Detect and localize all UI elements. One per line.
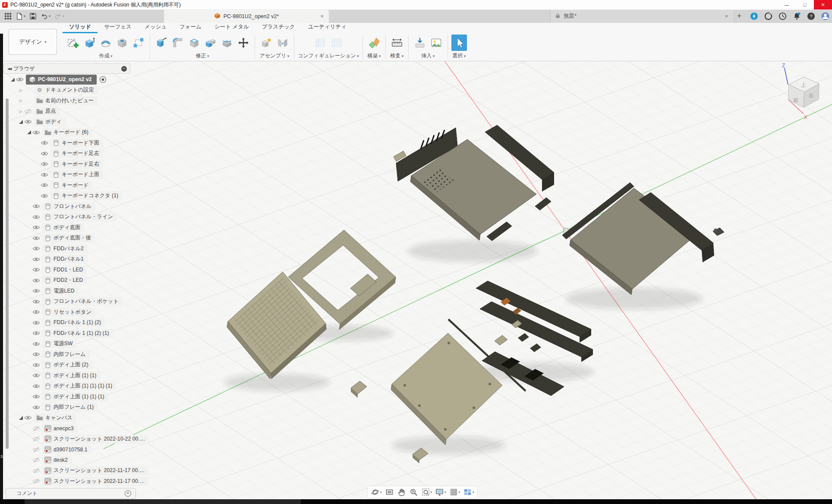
tree-item-pill[interactable]: キーボードコネクタ (1): [50, 191, 122, 200]
tree-root-row[interactable]: PC-9801U2_open2 v2: [3, 74, 149, 85]
tree-item-pill[interactable]: 電源SW: [42, 339, 76, 348]
save-icon[interactable]: [29, 13, 37, 20]
tab-active-document[interactable]: PC-9801U2_open2 v2* ×: [164, 9, 329, 23]
tree-item-pill[interactable]: ボディ上面 (2): [42, 360, 92, 369]
visibility-eye-icon[interactable]: [32, 372, 41, 378]
minimize-panel-icon[interactable]: −: [121, 66, 127, 72]
tree-row[interactable]: FDDパネル1: [3, 254, 149, 265]
expander-icon[interactable]: [26, 130, 32, 134]
tree-row[interactable]: FDDパネル 1 (1) (2) (1): [3, 328, 149, 339]
minimize-button[interactable]: —: [778, 0, 796, 9]
ribbon-group-label-コンフィギュレーション[interactable]: コンフィギュレーション: [298, 52, 359, 60]
tree-item-pill[interactable]: PC-9801U2_open2 v2: [26, 75, 97, 85]
configuration-icon[interactable]: [312, 35, 328, 51]
visibility-eye-off-icon[interactable]: [32, 457, 41, 463]
visibility-eye-icon[interactable]: [41, 172, 49, 178]
history-clock-icon[interactable]: [778, 12, 787, 21]
visibility-eye-icon[interactable]: [32, 214, 41, 220]
expander-icon[interactable]: [9, 78, 16, 82]
maximize-button[interactable]: □: [796, 0, 814, 9]
tree-row[interactable]: リセットボタン: [3, 307, 149, 318]
create-sketch-icon[interactable]: [65, 35, 81, 51]
viewport-canvas[interactable]: Z X 上 前 右 ◀◀ ブラウザ − PC-9801U2_open2 v2▷⚙…: [0, 61, 832, 504]
visibility-eye-off-icon[interactable]: [32, 425, 41, 432]
tree-row[interactable]: キーボード足左: [3, 148, 149, 159]
tree-item-pill[interactable]: FDDパネル1: [42, 255, 88, 264]
tree-row[interactable]: キーボード足右: [3, 159, 149, 170]
browser-scrollbar[interactable]: [6, 98, 9, 449]
tree-row[interactable]: スクリーンショット 2022-10-22 00.…: [3, 434, 149, 444]
visibility-eye-icon[interactable]: [32, 341, 41, 347]
visibility-eye-icon[interactable]: [32, 404, 41, 410]
ribbon-group-label-挿入[interactable]: 挿入: [412, 52, 444, 60]
ribbon-tab-シート メタル[interactable]: シート メタル: [208, 22, 255, 33]
tree-item-pill[interactable]: キャンバス: [34, 413, 76, 422]
visibility-eye-icon[interactable]: [32, 203, 41, 209]
visibility-eye-icon[interactable]: [32, 383, 41, 389]
new-tab-icon[interactable]: +: [734, 12, 744, 21]
viewports-icon[interactable]: ▾: [462, 487, 475, 497]
ribbon-group-label-修正[interactable]: 修正: [154, 52, 251, 60]
close-button[interactable]: ✕: [814, 0, 832, 9]
move-icon[interactable]: [236, 35, 251, 51]
visibility-eye-off-icon[interactable]: [32, 436, 41, 442]
visibility-eye-off-icon[interactable]: [24, 108, 33, 114]
tree-item-pill[interactable]: フロントパネル: [42, 202, 95, 211]
tree-row[interactable]: スクリーンショット 2022-11-17 00.…: [3, 476, 149, 487]
joint-icon[interactable]: [275, 35, 290, 51]
viewcube[interactable]: Z X 上 前 右: [764, 63, 832, 182]
help-icon[interactable]: ?: [807, 12, 815, 21]
extensions-icon[interactable]: [764, 12, 772, 21]
tree-row[interactable]: ▷⚙ドキュメントの設定: [3, 85, 149, 96]
tree-row[interactable]: キーボードコネクタ (1): [3, 191, 149, 202]
collapse-panel-icon[interactable]: ◀◀: [7, 67, 11, 71]
tree-item-pill[interactable]: スクリーンショット 2022-11-17 00.…: [42, 466, 148, 475]
tree-row[interactable]: 電源SW: [3, 339, 149, 350]
tree-row[interactable]: ボディ上面 (2): [3, 360, 149, 371]
visibility-eye-icon[interactable]: [32, 362, 41, 368]
workspace-selector[interactable]: デザイン ▾: [9, 29, 57, 55]
visibility-eye-icon[interactable]: [16, 76, 25, 82]
ribbon-tab-ソリッド[interactable]: ソリッド: [63, 22, 98, 33]
visibility-eye-icon[interactable]: [32, 394, 41, 400]
visibility-eye-icon[interactable]: [32, 330, 41, 336]
construct-plane-icon[interactable]: [366, 35, 382, 51]
activate-component-radio[interactable]: [99, 76, 107, 83]
press-pull-icon[interactable]: [154, 35, 169, 51]
tree-row[interactable]: キーボード (6): [3, 127, 149, 138]
tree-item-pill[interactable]: キーボード下面: [50, 139, 103, 148]
tree-row[interactable]: FDDパネル 1 (1) (2): [3, 318, 149, 328]
fillet-icon[interactable]: [170, 35, 186, 51]
expander-icon[interactable]: [18, 416, 24, 420]
look-at-icon[interactable]: [384, 487, 395, 497]
extrude-icon[interactable]: [82, 35, 97, 51]
tree-item-pill[interactable]: desk2: [42, 456, 72, 465]
shell-icon[interactable]: [186, 35, 202, 51]
tree-item-pill[interactable]: キーボード上面: [50, 170, 103, 179]
visibility-eye-icon[interactable]: [32, 246, 41, 252]
user-avatar[interactable]: [821, 12, 829, 21]
ribbon-group-label-作成[interactable]: 作成: [65, 52, 146, 60]
app-grid-menu-icon[interactable]: [4, 13, 12, 20]
tree-item-pill[interactable]: フロントパネル・ライン: [42, 212, 117, 221]
tree-item-pill[interactable]: キーボード足左: [50, 149, 103, 158]
tree-item-pill[interactable]: FDDパネル2: [42, 244, 88, 253]
tree-item-pill[interactable]: キーボード (6): [42, 128, 92, 137]
tree-item-pill[interactable]: キーボード足右: [50, 160, 103, 169]
visibility-eye-icon[interactable]: [24, 119, 33, 125]
tree-row[interactable]: FDDパネル2: [3, 243, 149, 254]
tree-row[interactable]: ボディ上面 (1) (1) (1) (1): [3, 381, 149, 392]
tab-untitled-close-icon[interactable]: ×: [723, 13, 730, 19]
visibility-eye-off-icon[interactable]: [32, 478, 41, 484]
job-status-icon[interactable]: [750, 12, 758, 21]
tree-item-pill[interactable]: リセットボタン: [42, 308, 95, 317]
tree-row[interactable]: 内部フレーム: [3, 349, 149, 360]
expander-icon[interactable]: [18, 120, 24, 124]
tree-row[interactable]: ボディ底面・後: [3, 233, 149, 244]
visibility-eye-icon[interactable]: [32, 277, 41, 284]
tree-item-pill[interactable]: 内部フレーム (1): [42, 403, 98, 412]
grid-settings-icon[interactable]: ▾: [448, 487, 461, 497]
visibility-eye-icon[interactable]: [24, 415, 33, 421]
visibility-eye-icon[interactable]: [32, 288, 41, 294]
tree-item-pill[interactable]: ボディ上面 (1) (1) (1) (1): [42, 381, 116, 391]
